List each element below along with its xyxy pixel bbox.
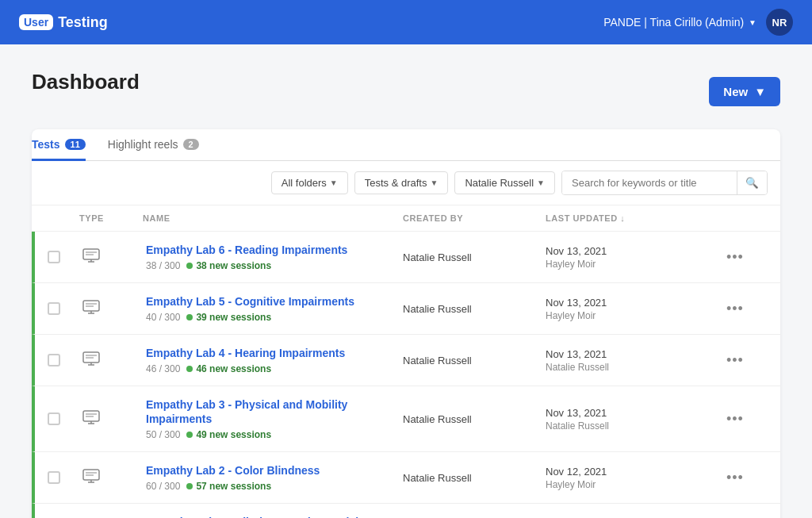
logo-box: User	[19, 14, 53, 30]
row-name-link[interactable]: Empathy Lab 6 - Reading Impairments	[146, 244, 347, 256]
row-meta: 60 / 300 57 new sessions	[146, 481, 403, 492]
row-type-icon	[82, 410, 146, 428]
row-updated-by: Hayley Moir	[546, 259, 720, 270]
row-meta: 40 / 300 39 new sessions	[146, 312, 403, 323]
new-button[interactable]: New ▼	[709, 77, 780, 106]
row-last-updated: Nov 12, 2021 Hayley Moir	[546, 466, 720, 490]
row-type-icon	[82, 248, 146, 267]
tab-tests[interactable]: Tests 11	[32, 130, 86, 161]
all-folders-filter[interactable]: All folders ▼	[271, 171, 348, 194]
user-menu[interactable]: PANDE | Tina Cirillo (Admin) ▼	[603, 16, 756, 29]
all-folders-label: All folders	[282, 177, 327, 189]
green-dot-icon	[186, 432, 193, 438]
row-name-link[interactable]: Empathy Lab 5 - Cognitive Impairments	[146, 295, 354, 308]
chevron-down-icon: ▼	[330, 178, 338, 187]
more-options-button[interactable]: •••	[720, 297, 750, 320]
table-row: Empathy Lab 2 - Color Blindness 60 / 300…	[32, 452, 780, 504]
row-checkbox	[48, 471, 82, 484]
logo[interactable]: User Testing	[19, 14, 108, 31]
more-options-button[interactable]: •••	[720, 246, 750, 269]
new-button-label: New	[723, 85, 748, 98]
row-name-link[interactable]: Empathy Lab 4 - Hearing Impairments	[146, 347, 345, 359]
tab-highlight-reels[interactable]: Highlight reels 2	[108, 130, 199, 161]
row-last-updated: Nov 13, 2021 Hayley Moir	[546, 297, 720, 321]
green-dot-icon	[186, 314, 193, 320]
row-updated-date: Nov 13, 2021	[546, 245, 720, 257]
row-type-icon	[82, 300, 146, 318]
main-content: Dashboard New ▼ Tests 11 Highlight reels…	[0, 44, 812, 518]
row-checkbox-input[interactable]	[48, 251, 60, 263]
row-checkbox-input[interactable]	[48, 471, 60, 484]
search-icon: 🔍	[745, 177, 759, 189]
tab-tests-label: Tests	[32, 138, 60, 151]
row-name: Empathy Lab 6 - Reading Impairments 38 /…	[146, 243, 403, 271]
tabs-row: Tests 11 Highlight reels 2	[32, 129, 780, 161]
chevron-down-icon: ▼	[749, 18, 756, 27]
row-progress: 50 / 300	[146, 429, 180, 440]
search-input[interactable]	[562, 171, 737, 194]
tests-drafts-filter[interactable]: Tests & drafts ▼	[354, 171, 449, 194]
row-created-by: Natalie Russell	[403, 472, 546, 484]
row-checkbox	[48, 302, 82, 315]
user-label: PANDE | Tina Cirillo (Admin)	[603, 16, 744, 29]
row-updated-date: Nov 13, 2021	[546, 348, 720, 360]
row-checkbox-input[interactable]	[48, 412, 60, 425]
more-options-button[interactable]: •••	[720, 466, 750, 489]
row-checkbox-input[interactable]	[48, 302, 60, 315]
row-last-updated: Nov 13, 2021 Natalie Russell	[546, 348, 720, 373]
row-new-sessions: 57 new sessions	[186, 481, 271, 492]
row-created-by: Natalie Russell	[403, 251, 546, 263]
row-progress: 40 / 300	[146, 312, 180, 323]
tab-highlights-count: 2	[183, 139, 199, 150]
more-options-button[interactable]: •••	[720, 349, 750, 372]
row-updated-by: Hayley Moir	[546, 479, 720, 490]
user-filter-label: Natalie Russell	[465, 177, 534, 189]
row-progress: 38 / 300	[146, 260, 180, 271]
row-updated-date: Nov 13, 2021	[546, 407, 720, 419]
table-wrapper: Tests 11 Highlight reels 2 All folders ▼…	[32, 129, 780, 518]
row-meta: 50 / 300 49 new sessions	[146, 429, 403, 440]
row-created-by: Natalie Russell	[403, 413, 546, 425]
row-checkbox	[48, 354, 82, 366]
tab-highlights-label: Highlight reels	[108, 138, 178, 151]
row-last-updated: Nov 13, 2021 Natalie Russell	[546, 407, 720, 432]
row-type-icon	[82, 469, 146, 487]
search-button[interactable]: 🔍	[737, 171, 767, 194]
sort-arrow-icon: ↓	[620, 213, 625, 223]
search-box: 🔍	[561, 171, 768, 195]
tests-drafts-label: Tests & drafts	[365, 177, 427, 189]
table-row: Empathy Lab 1 - Blindness and Low Vision…	[32, 504, 780, 518]
row-actions: •••	[720, 408, 768, 431]
tab-tests-count: 11	[65, 139, 86, 150]
row-new-sessions: 49 new sessions	[186, 429, 271, 440]
row-name: Empathy Lab 1 - Blindness and Low Vision…	[146, 515, 403, 518]
row-progress: 60 / 300	[146, 481, 180, 492]
table-row: Empathy Lab 4 - Hearing Impairments 46 /…	[32, 335, 780, 386]
table-row: Empathy Lab 5 - Cognitive Impairments 40…	[32, 283, 780, 335]
chevron-down-icon: ▼	[430, 178, 438, 187]
row-checkbox	[48, 412, 82, 425]
row-updated-by: Natalie Russell	[546, 362, 720, 373]
chevron-down-icon: ▼	[537, 178, 545, 187]
row-name-link[interactable]: Empathy Lab 2 - Color Blindness	[146, 464, 320, 477]
row-new-sessions: 38 new sessions	[186, 260, 271, 271]
header-last-updated: LAST UPDATED ↓	[546, 213, 720, 223]
row-created-by: Natalie Russell	[403, 355, 546, 366]
table-row: Empathy Lab 6 - Reading Impairments 38 /…	[32, 232, 780, 283]
row-name: Empathy Lab 4 - Hearing Impairments 46 /…	[146, 346, 403, 374]
row-checkbox	[48, 251, 82, 263]
green-dot-icon	[186, 366, 193, 372]
row-new-sessions: 39 new sessions	[186, 312, 271, 323]
chevron-down-icon: ▼	[754, 85, 766, 98]
row-updated-by: Natalie Russell	[546, 420, 720, 432]
row-type-icon	[82, 351, 146, 370]
user-filter[interactable]: Natalie Russell ▼	[454, 171, 555, 194]
logo-testing: Testing	[58, 14, 108, 31]
row-name-link[interactable]: Empathy Lab 3 - Physical and Mobility Im…	[146, 398, 347, 425]
row-checkbox-input[interactable]	[48, 354, 60, 366]
avatar[interactable]: NR	[766, 9, 793, 36]
header: User Testing PANDE | Tina Cirillo (Admin…	[0, 0, 812, 44]
row-actions: •••	[720, 297, 768, 320]
title-row: Dashboard New ▼	[32, 70, 780, 113]
more-options-button[interactable]: •••	[720, 408, 750, 431]
